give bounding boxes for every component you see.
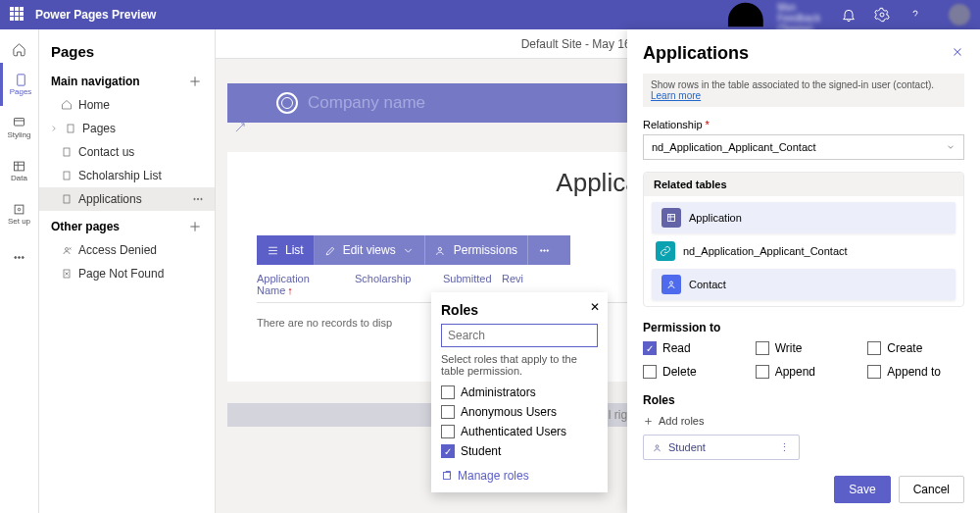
main-nav-head: Main navigation <box>39 66 215 93</box>
svg-point-18 <box>438 247 441 250</box>
tree-home[interactable]: Home <box>39 93 215 117</box>
role-chip-more[interactable]: ⋮ <box>779 441 791 454</box>
rail-pages[interactable]: Pages <box>0 63 39 106</box>
svg-point-19 <box>541 249 543 251</box>
pages-panel: Pages Main navigation Home Pages Contact… <box>39 29 216 513</box>
left-rail: Pages Styling Data Set up <box>0 29 39 513</box>
svg-rect-1 <box>17 75 24 85</box>
role-student[interactable]: Student <box>441 441 598 461</box>
svg-point-5 <box>18 208 21 211</box>
perm-create[interactable]: Create <box>867 340 964 356</box>
add-roles-button[interactable]: Add roles <box>643 415 964 427</box>
person-icon <box>652 442 662 453</box>
svg-rect-4 <box>15 205 24 214</box>
person-icon <box>662 275 681 294</box>
svg-rect-23 <box>668 215 675 222</box>
role-auth[interactable]: Authenticated Users <box>441 422 598 441</box>
tree-applications[interactable]: Applications <box>39 187 215 211</box>
manage-roles-link[interactable]: Manage roles <box>441 469 598 483</box>
svg-point-16 <box>66 248 69 251</box>
related-nd-link[interactable]: nd_Application_Applicant_Contact <box>646 235 961 267</box>
svg-point-0 <box>880 13 884 17</box>
rail-home[interactable] <box>0 35 39 63</box>
roles-pop-title: Roles <box>441 302 598 318</box>
list-icon <box>267 244 279 257</box>
svg-point-14 <box>197 198 198 199</box>
relationship-select[interactable]: nd_Application_Applicant_Contact <box>643 134 964 160</box>
tree-pages[interactable]: Pages <box>39 117 215 140</box>
lock-icon <box>61 244 73 256</box>
section-handle[interactable] <box>233 121 247 138</box>
help-icon[interactable] <box>907 7 923 23</box>
gear-icon[interactable] <box>874 7 890 23</box>
svg-rect-22 <box>444 473 451 480</box>
bell-icon[interactable] <box>841 7 857 23</box>
perm-write[interactable]: Write <box>756 340 853 356</box>
home-icon <box>61 99 73 111</box>
relationship-label: Relationship * <box>643 119 964 130</box>
permissions-button[interactable]: Permissions <box>425 235 528 265</box>
chevron-down-icon <box>402 244 415 257</box>
page-icon <box>61 268 73 280</box>
page-icon <box>61 146 73 158</box>
svg-rect-12 <box>64 195 70 203</box>
cancel-button[interactable]: Cancel <box>899 476 964 503</box>
list-toolbar: List Edit views Permissions <box>257 235 570 265</box>
perm-append[interactable]: Append <box>756 364 853 380</box>
pencil-icon <box>324 244 337 257</box>
perm-read[interactable]: Read <box>643 340 740 356</box>
more-icon <box>191 192 205 206</box>
add-page-icon[interactable] <box>187 74 203 89</box>
related-contact[interactable]: Contact <box>652 269 956 300</box>
perm-delete[interactable]: Delete <box>643 364 740 380</box>
tree-scholarship[interactable]: Scholarship List <box>39 164 215 187</box>
other-pages-head: Other pages <box>39 211 215 238</box>
close-icon[interactable]: ✕ <box>590 300 600 314</box>
chevron-down-icon <box>946 142 956 152</box>
info-bar: Show rows in the table associated to the… <box>643 74 964 107</box>
page-icon <box>61 170 73 181</box>
learn-more-link[interactable]: Learn more <box>651 90 701 101</box>
role-anon[interactable]: Anonymous Users <box>441 402 598 422</box>
page-icon <box>61 193 73 205</box>
rail-setup[interactable]: Set up <box>0 192 39 235</box>
top-bar: Power Pages Preview Environment Msn Feed… <box>0 0 980 29</box>
svg-point-6 <box>15 256 17 258</box>
rail-more[interactable] <box>0 235 39 279</box>
chevron-right-icon <box>49 123 59 134</box>
svg-point-8 <box>22 256 24 258</box>
roles-label: Roles <box>643 393 964 407</box>
svg-point-7 <box>19 256 21 258</box>
tree-not-found[interactable]: Page Not Found <box>39 262 215 285</box>
rail-styling[interactable]: Styling <box>0 106 39 149</box>
more-icon <box>538 244 551 257</box>
product-title: Power Pages Preview <box>35 8 156 22</box>
close-icon[interactable] <box>951 45 964 63</box>
svg-rect-11 <box>64 172 70 180</box>
overflow-button[interactable] <box>528 235 561 265</box>
search-input[interactable] <box>441 324 598 347</box>
rail-data[interactable]: Data <box>0 149 39 192</box>
user-avatar[interactable] <box>949 4 970 26</box>
svg-rect-2 <box>15 119 24 127</box>
related-tables-head: Related tables <box>644 173 963 196</box>
svg-rect-3 <box>15 162 24 171</box>
svg-point-24 <box>670 282 673 284</box>
people-icon <box>435 244 448 257</box>
page-icon <box>65 123 76 134</box>
perm-appendto[interactable]: Append to <box>867 364 964 380</box>
role-admins[interactable]: Administrators <box>441 383 598 402</box>
related-application[interactable]: Application <box>652 202 956 233</box>
pages-head: Pages <box>39 37 215 66</box>
tree-access-denied[interactable]: Access Denied <box>39 238 215 262</box>
svg-point-13 <box>194 198 195 199</box>
role-chip-student[interactable]: Student⋮ <box>643 435 800 460</box>
app-launcher-icon[interactable] <box>10 7 25 23</box>
roles-hint: Select roles that apply to the table per… <box>441 353 598 377</box>
list-button[interactable]: List <box>257 235 315 265</box>
permissions-flyout: Applications Show rows in the table asso… <box>627 29 980 513</box>
add-other-icon[interactable] <box>187 219 203 234</box>
edit-views-button[interactable]: Edit views <box>315 235 425 265</box>
tree-contact[interactable]: Contact us <box>39 140 215 164</box>
save-button[interactable]: Save <box>834 476 890 503</box>
